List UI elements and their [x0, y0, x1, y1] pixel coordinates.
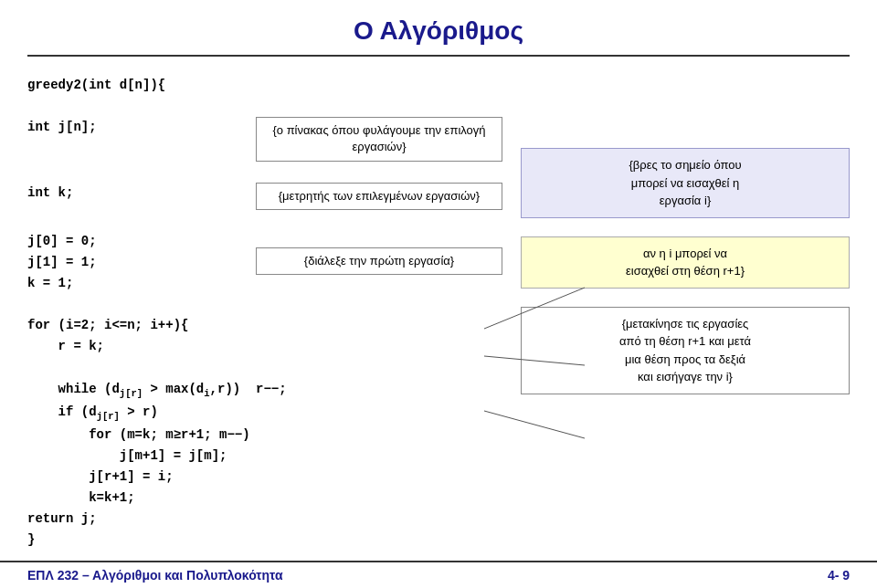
- code-line-blank1: [27, 96, 502, 117]
- code-block: greedy2(int d[n]){ int j[n]; {ο πίνακας …: [27, 75, 502, 551]
- code-line-k1: k = 1;: [27, 273, 247, 294]
- code-line-if: if (dj[r] > r): [27, 402, 502, 425]
- code-line-while: while (dj[r] > max(di,r)) r−−;: [27, 379, 502, 402]
- code-line-return: return j;: [27, 509, 502, 530]
- annotation-intk: {μετρητής των επιλεγμένων εργασιών}: [279, 189, 480, 203]
- code-line-form: for (m=k; m≥r+1; m−−): [27, 425, 502, 446]
- page-title: Ο Αλγόριθμος: [27, 0, 850, 57]
- footer-left: ΕΠΛ 232 – Αλγόριθμοι και Πολυπλοκότητα: [27, 568, 283, 583]
- footer-right: 4- 9: [828, 568, 850, 583]
- code-line-j1: j[1] = 1;: [27, 252, 247, 273]
- annotation-box-5: αν η i μπορεί ναεισαχθεί στη θέση r+1}: [521, 236, 850, 289]
- code-line-kk1: k=k+1;: [27, 488, 502, 509]
- code-line-blank3: [27, 210, 502, 231]
- annotation-box-6-text: {μετακίνησε τις εργασίεςαπό τη θέση r+1 …: [619, 317, 751, 384]
- code-line-jr1: j[r+1] = i;: [27, 467, 502, 488]
- code-line-blank4: [27, 294, 502, 315]
- code-line-1: greedy2(int d[n]){: [27, 75, 502, 96]
- annotation-j1: {διάλεξε την πρώτη εργασία}: [304, 254, 454, 268]
- code-line-intj: int j[n];: [27, 117, 247, 138]
- code-line-jm1: j[m+1] = j[m];: [27, 446, 502, 467]
- footer: ΕΠΛ 232 – Αλγόριθμοι και Πολυπλοκότητα 4…: [0, 561, 877, 588]
- main-content: greedy2(int d[n]){ int j[n]; {ο πίνακας …: [0, 57, 877, 560]
- code-line-blank2: [27, 162, 502, 183]
- annotation-box-6: {μετακίνησε τις εργασίεςαπό τη θέση r+1 …: [521, 307, 850, 394]
- code-line-blank5: [27, 358, 502, 379]
- annotation-box-5-text: αν η i μπορεί ναεισαχθεί στη θέση r+1}: [626, 247, 745, 278]
- annotation-box-4: {βρες το σημείο όπουμπορεί να εισαχθεί η…: [521, 148, 850, 218]
- code-line-close: }: [27, 530, 502, 551]
- code-line-intk: int k;: [27, 183, 247, 204]
- code-line-j0: j[0] = 0;: [27, 231, 247, 252]
- annotation-box-4-text: {βρες το σημείο όπουμπορεί να εισαχθεί η…: [629, 158, 741, 207]
- code-line-rk: r = k;: [27, 336, 502, 357]
- annotations-panel: {βρες το σημείο όπουμπορεί να εισαχθεί η…: [521, 75, 850, 551]
- annotation-intj: {ο πίνακας όπου φυλάγουμε την επιλογή ερ…: [272, 123, 485, 153]
- code-line-for: for (i=2; i<=n; i++){: [27, 315, 502, 336]
